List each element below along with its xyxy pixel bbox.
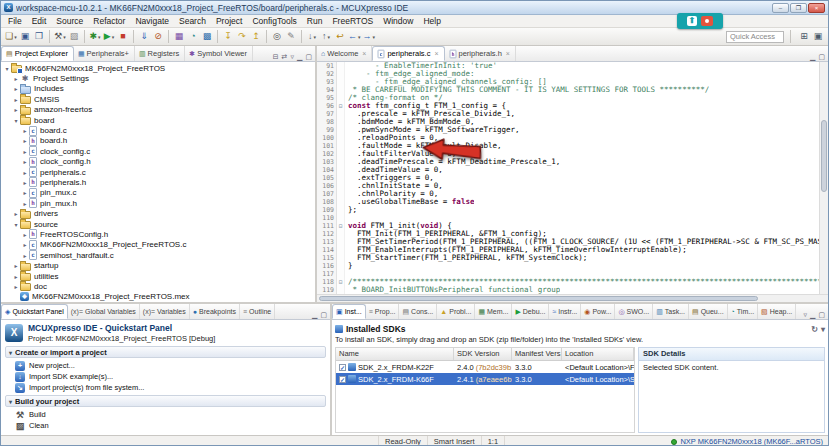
sdk-checkbox[interactable]: ✓ bbox=[339, 376, 346, 383]
new-project-link[interactable]: +New project... bbox=[5, 360, 326, 371]
twisty-icon[interactable]: ▸ bbox=[12, 283, 20, 290]
twisty-icon[interactable]: ▸ bbox=[12, 96, 20, 103]
twisty-icon[interactable]: ▸ bbox=[21, 252, 29, 259]
last-edit-location-button[interactable]: ↩ bbox=[333, 29, 347, 44]
tab-debugger-console[interactable]: ▶Debu... bbox=[512, 304, 549, 319]
link-with-editor-icon[interactable]: ⇄ bbox=[282, 53, 288, 61]
twisty-icon[interactable]: ▸ bbox=[21, 137, 29, 144]
step-return-button[interactable]: ↥ bbox=[249, 29, 263, 44]
section-build-your-project[interactable]: ▾Build your project bbox=[5, 395, 326, 407]
twisty-icon[interactable]: ▸ bbox=[21, 241, 29, 248]
back-button[interactable]: ←▾ bbox=[347, 29, 362, 44]
step-over-button[interactable]: ↷ bbox=[235, 29, 249, 44]
twisty-icon[interactable]: ▾ bbox=[12, 221, 20, 228]
minimize-view-icon[interactable]: ▁ bbox=[297, 53, 302, 61]
editor-vertical-scrollbar[interactable] bbox=[819, 62, 828, 294]
tree-item-clock-config-c[interactable]: ▸cclock_config.c bbox=[1, 146, 315, 156]
tab-breakpoints[interactable]: ●Breakpoints bbox=[190, 304, 240, 319]
open-perspective-button[interactable]: ⊞ bbox=[797, 29, 811, 44]
tree-item-board-h[interactable]: ▸hboard.h bbox=[1, 136, 315, 146]
build-project-link[interactable]: ⚒Build bbox=[5, 409, 326, 420]
twisty-icon[interactable]: ▾ bbox=[3, 65, 11, 72]
fold-marker-icon[interactable]: ⊟ bbox=[337, 222, 345, 230]
close-tab-icon[interactable]: × bbox=[434, 50, 438, 57]
maximize-button[interactable]: ❐ bbox=[790, 3, 807, 13]
view-menu-icon[interactable]: ▿ bbox=[803, 311, 807, 319]
maximize-view-icon[interactable]: ▢ bbox=[320, 311, 327, 319]
column-header-location[interactable]: Location bbox=[562, 348, 634, 360]
refresh-icon[interactable]: ↻ bbox=[811, 325, 818, 334]
tree-item-peripherals-c[interactable]: ▸cperipherals.c bbox=[1, 167, 315, 177]
column-header-manifest-vers[interactable]: Manifest Vers... bbox=[512, 348, 562, 360]
search-button[interactable]: ◎ bbox=[270, 29, 284, 44]
minimize-view-icon[interactable]: ▁ bbox=[810, 53, 815, 61]
tree-item-cmsis[interactable]: ▸CMSIS bbox=[1, 94, 315, 104]
menu-source[interactable]: Source bbox=[51, 16, 88, 26]
clean-project-link[interactable]: ▨Clean bbox=[5, 420, 326, 431]
tab-console[interactable]: ▤Cons... bbox=[399, 304, 437, 319]
tab-peripherals-h[interactable]: hperipherals.h× bbox=[445, 46, 516, 61]
project-tree[interactable]: ▾MK66FN2M0xxx18_Project_FreeRTOS▸✱Projec… bbox=[1, 62, 315, 302]
clean-button[interactable]: ▨ bbox=[67, 29, 81, 44]
editor-horizontal-scrollbar[interactable] bbox=[317, 294, 828, 302]
sdk-row-sdk-2-x-frdm-k66f[interactable]: ✓SDK_2.x_FRDM-K66F2.4.1(a7eaee6b3.3.0<De… bbox=[336, 373, 634, 385]
menu-configtools[interactable]: ConfigTools bbox=[247, 16, 301, 26]
minimize-view-icon[interactable]: ▁ bbox=[810, 311, 815, 319]
program-flash-button[interactable]: ⇓ bbox=[137, 29, 151, 44]
tab-power-measurement[interactable]: ◉Pow... bbox=[581, 304, 615, 319]
twisty-icon[interactable]: ▸ bbox=[21, 231, 29, 238]
tree-item-source[interactable]: ▾source bbox=[1, 219, 315, 229]
tree-item-project-settings[interactable]: ▸✱Project Settings bbox=[1, 73, 315, 83]
tree-item-peripherals-h[interactable]: ▸hperipherals.h bbox=[1, 177, 315, 187]
tab-peripherals-plus[interactable]: ▦Peripherals+ bbox=[74, 46, 135, 61]
menu-navigate[interactable]: Navigate bbox=[130, 16, 174, 26]
tree-item-doc[interactable]: ▸doc bbox=[1, 281, 315, 291]
tree-item-freertosconfig-h[interactable]: ▸hFreeRTOSConfig.h bbox=[1, 229, 315, 239]
config-peripherals-button[interactable]: ▩ bbox=[200, 29, 214, 44]
twisty-icon[interactable]: ▸ bbox=[12, 106, 20, 113]
menu-freertos[interactable]: FreeRTOS bbox=[327, 16, 378, 26]
minimize-button[interactable]: – bbox=[772, 3, 789, 13]
step-into-button[interactable]: ↧ bbox=[221, 29, 235, 44]
tab-project-explorer[interactable]: ▤Project Explorer bbox=[1, 46, 74, 61]
tab-instruction-trace[interactable]: ≈Instr... bbox=[549, 304, 581, 319]
tree-item-amazon-freertos[interactable]: ▸amazon-freertos bbox=[1, 105, 315, 115]
minimize-view-icon[interactable]: ▁ bbox=[312, 311, 317, 319]
section-create-or-import-a-project[interactable]: ▾Create or import a project bbox=[5, 346, 326, 358]
tree-item-mk66fn2m0xxx18-project-freertos-mex[interactable]: ◈MK66FN2M0xxx18_Project_FreeRTOS.mex bbox=[1, 292, 315, 302]
tree-item-includes[interactable]: ▸Includes bbox=[1, 84, 315, 94]
tab-memory[interactable]: ▦Mem... bbox=[475, 304, 512, 319]
tab-properties[interactable]: ≡Prop... bbox=[366, 304, 400, 319]
tab-variables[interactable]: (x)=Variables bbox=[140, 304, 190, 319]
twisty-icon[interactable]: ▸ bbox=[12, 273, 20, 280]
tab-registers[interactable]: ▥Registers bbox=[135, 46, 185, 61]
twisty-icon[interactable]: ▸ bbox=[21, 179, 29, 186]
debug-button[interactable]: ✱▾ bbox=[88, 29, 102, 44]
scrollbar-thumb[interactable] bbox=[821, 120, 827, 192]
menu-window[interactable]: Window bbox=[378, 16, 418, 26]
menu-project[interactable]: Project bbox=[211, 16, 247, 26]
build-button[interactable]: ⚒▾ bbox=[53, 29, 67, 44]
column-header-name[interactable]: Name bbox=[336, 348, 454, 360]
code-area[interactable]: 91 - EnableTimerInInit: 'true'92 - ftm_e… bbox=[317, 62, 819, 294]
sdk-checkbox[interactable]: ✓ bbox=[339, 364, 346, 371]
erase-flash-button[interactable]: ⊘ bbox=[151, 29, 165, 44]
quick-access-input[interactable]: Quick Access bbox=[726, 31, 784, 43]
twisty-icon[interactable]: ▸ bbox=[21, 158, 29, 165]
tab-quickstart-panel[interactable]: ◈Quickstart Panel bbox=[1, 304, 68, 319]
twisty-icon[interactable]: ▾ bbox=[12, 117, 20, 124]
tree-item-board-c[interactable]: ▸cboard.c bbox=[1, 125, 315, 135]
tab-installed-sdks[interactable]: ▣Inst... bbox=[332, 304, 366, 319]
close-tab-icon[interactable]: × bbox=[506, 50, 510, 57]
tab-outline[interactable]: ≡Outline bbox=[240, 304, 275, 319]
sdk-row-sdk-2-x-frdm-k22f[interactable]: ✓SDK_2.x_FRDM-K22F2.4.0(7b2dc39b3.3.0<De… bbox=[336, 361, 634, 373]
tab-timer-list[interactable]: ◔Tim... bbox=[728, 304, 758, 319]
tree-item-mk66fn2m0xxx18-project-freertos-c[interactable]: ▸cMK66FN2M0xxx18_Project_FreeRTOS.c bbox=[1, 240, 315, 250]
tab-heap-usage[interactable]: ▧Heap... bbox=[758, 304, 796, 319]
maximize-view-icon[interactable]: ▢ bbox=[818, 311, 825, 319]
editor-body[interactable]: 91 - EnableTimerInInit: 'true'92 - ftm_e… bbox=[317, 62, 828, 294]
fold-marker-icon[interactable]: ⊟ bbox=[337, 278, 345, 286]
twisty-icon[interactable]: ▸ bbox=[12, 262, 20, 269]
forward-button[interactable]: →▾ bbox=[362, 29, 377, 44]
close-tab-icon[interactable]: × bbox=[362, 50, 366, 57]
